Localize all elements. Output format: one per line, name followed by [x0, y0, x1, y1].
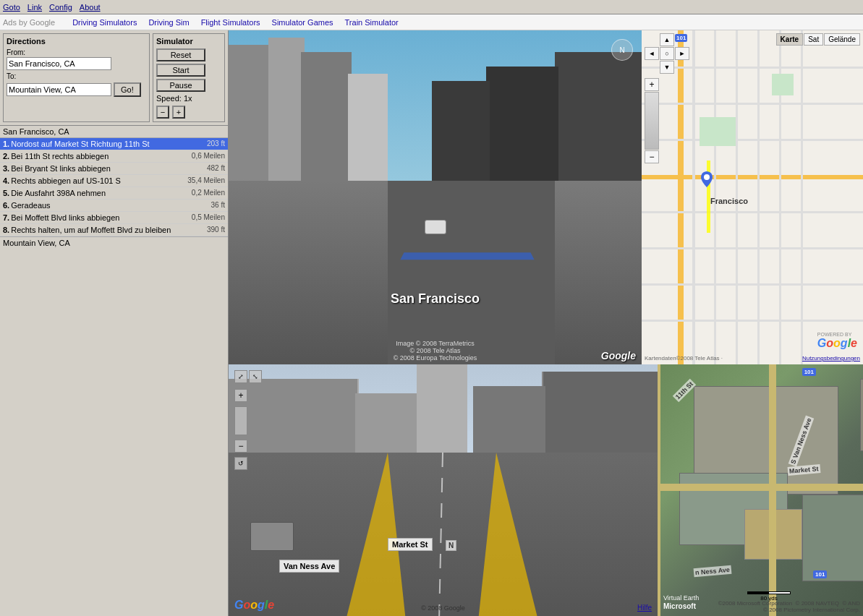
- dir-item-6[interactable]: 6.Geradeaus36 ft: [0, 200, 228, 212]
- reset-button[interactable]: Reset: [156, 48, 205, 61]
- aerial-view: Market St 11th St S Van Ness Ave n Ness …: [658, 364, 863, 616]
- ads-link-4[interactable]: Simulator Games: [272, 18, 333, 27]
- aerial-copyright: ©2008 Microsoft Corporation © 2008 NAVTE…: [718, 600, 860, 613]
- nav-row: ▲: [645, 33, 689, 46]
- google-logo-map: Google: [817, 337, 857, 350]
- dir-item-7[interactable]: 7.Bei Moffett Blvd links abbiegen0,5 Mei…: [0, 212, 228, 224]
- map-nav-center: ○: [660, 47, 674, 60]
- road-surface: [388, 181, 555, 364]
- sv-fullscreen-btn[interactable]: ⤡: [249, 370, 262, 383]
- compass: N: [611, 39, 633, 61]
- dir-items-container: 1.Nordost auf Market St Richtung 11th St…: [0, 138, 228, 236]
- ads-link-2[interactable]: Driving Sim: [148, 18, 189, 27]
- speed-plus-button[interactable]: +: [172, 106, 185, 119]
- menu-bar: Goto Link Config About: [0, 0, 863, 14]
- dir-item-1[interactable]: 1.Nordost auf Market St Richtung 11th St…: [0, 138, 228, 150]
- map-nav-up[interactable]: ▲: [660, 33, 674, 46]
- dir-item-5[interactable]: 5.Die Ausfahrt 398A nehmen0,2 Meilen: [0, 187, 228, 200]
- pause-button[interactable]: Pause: [156, 79, 205, 92]
- right-content: San Francisco N Image © 2008 TerraMetric…: [229, 30, 863, 616]
- microsoft-label: Microsoft: [663, 602, 696, 610]
- dir-item-dist-5: 0,2 Meilen: [192, 189, 225, 197]
- from-input[interactable]: [7, 57, 111, 70]
- map-type-sat[interactable]: Sat: [804, 33, 823, 46]
- google-map[interactable]: 101 Francisco ▲: [642, 30, 863, 364]
- dir-item-text-7: 7.Bei Moffett Blvd links abbiegen: [3, 213, 192, 222]
- svg-line-3: [438, 453, 443, 616]
- park-1: [700, 117, 736, 146]
- dir-item-dist-8: 390 ft: [207, 226, 225, 234]
- ads-link-5[interactable]: Train Simulator: [345, 18, 399, 27]
- start-button[interactable]: Start: [156, 64, 205, 77]
- controls-row: Directions From: To: Go! Simulator Reset…: [0, 30, 228, 126]
- menu-goto[interactable]: Goto: [3, 3, 20, 12]
- map-nav-down[interactable]: ▼: [660, 61, 674, 74]
- street-vert-1: [692, 30, 695, 364]
- map-nav-left[interactable]: ◄: [645, 47, 659, 60]
- simulator-title: Simulator: [156, 37, 221, 46]
- map-pin: [701, 171, 713, 189]
- speed-minus-button[interactable]: −: [156, 106, 169, 119]
- menu-link[interactable]: Link: [27, 3, 42, 12]
- map-type-gelande[interactable]: Gelände: [824, 33, 860, 46]
- menu-config[interactable]: Config: [49, 3, 72, 12]
- sv-copyright: © 2008 Google: [421, 604, 465, 612]
- map-nav-right[interactable]: ►: [675, 47, 689, 60]
- svg-point-0: [704, 174, 710, 180]
- street-horiz-5: [642, 247, 863, 249]
- go-button[interactable]: Go!: [114, 82, 141, 97]
- map-nutzungsbedingungen[interactable]: Nutzungsbedingungen: [802, 355, 860, 362]
- zoom-slider-track[interactable]: [645, 92, 659, 150]
- sv-resize-btn[interactable]: ⤢: [234, 370, 247, 383]
- sv-zoom-in-btn[interactable]: +: [234, 389, 247, 402]
- aerial-road-vert-2: [658, 364, 660, 616]
- sv-zoom-out-btn[interactable]: −: [234, 440, 247, 453]
- dir-item-text-8: 8.Rechts halten, um auf Moffett Blvd zu …: [3, 226, 207, 234]
- dir-item-text-1: 1.Nordost auf Market St Richtung 11th St: [3, 140, 207, 148]
- left-panel: Directions From: To: Go! Simulator Reset…: [0, 30, 229, 616]
- ads-link-3[interactable]: Flight Simulators: [201, 18, 260, 27]
- aerial-market-st-road: [658, 484, 863, 491]
- from-label: From:: [7, 48, 146, 56]
- google-watermark-3d: Google: [601, 350, 636, 362]
- map-zoom-out[interactable]: −: [645, 150, 659, 163]
- simulator-box: Simulator Reset Start Pause Speed: 1x − …: [153, 33, 225, 122]
- sv-zoom-reset-btn[interactable]: ↺: [234, 457, 247, 470]
- to-input[interactable]: [7, 83, 111, 96]
- bottom-row: Van Ness Ave Market St N ⤢ ⤡ + −: [229, 364, 863, 616]
- main-content: Directions From: To: Go! Simulator Reset…: [0, 30, 863, 616]
- dir-item-text-6: 6.Geradeaus: [3, 201, 211, 210]
- nav-row-bottom: ▼: [645, 61, 689, 74]
- route-highlight: [400, 252, 534, 260]
- route-start-header: San Francisco, CA: [0, 126, 228, 138]
- dir-item-dist-1: 203 ft: [207, 140, 225, 148]
- virtual-earth-label: Virtual Earth: [663, 594, 699, 602]
- van-ness-label: Van Ness Ave: [279, 560, 339, 573]
- dir-item-text-4: 4.Rechts abbiegen auf US-101 S: [3, 176, 187, 185]
- dir-item-4[interactable]: 4.Rechts abbiegen auf US-101 S35,4 Meile…: [0, 175, 228, 187]
- dir-item-8[interactable]: 8.Rechts halten, um auf Moffett Blvd zu …: [0, 224, 228, 236]
- directions-title: Directions: [7, 37, 146, 46]
- dir-item-dist-3: 482 ft: [207, 164, 225, 173]
- scale-line: [747, 591, 791, 594]
- market-st-horizontal: [642, 175, 863, 179]
- street-view: Van Ness Ave Market St N ⤢ ⤡ + −: [229, 364, 658, 616]
- dir-item-3[interactable]: 3.Bei Bryant St links abbiegen482 ft: [0, 163, 228, 175]
- vehicle-icon: [425, 220, 446, 234]
- ads-bar: Ads by Google Driving Simulators Driving…: [0, 14, 863, 30]
- sv-controls: ⤢ ⤡ + − ↺: [234, 370, 262, 470]
- dir-item-2[interactable]: 2.Bei 11th St rechts abbiegen0,6 Meilen: [0, 150, 228, 163]
- park-2: [772, 74, 794, 95]
- dir-item-dist-4: 35,4 Meilen: [187, 176, 225, 185]
- aerial-shield-101-top: 101: [802, 368, 816, 376]
- svg-marker-2: [475, 453, 547, 616]
- map-type-karte[interactable]: Karte: [776, 33, 804, 46]
- ads-link-1[interactable]: Driving Simulators: [72, 18, 137, 27]
- menu-about[interactable]: About: [80, 3, 101, 12]
- ads-by-google-label: Ads by Google: [3, 18, 55, 27]
- sv-hilfe-link[interactable]: Hilfe: [637, 604, 652, 612]
- map-zoom-in[interactable]: +: [645, 78, 659, 91]
- 3d-copyright: Image © 2008 TerraMetrics© 2008 Tele Atl…: [394, 340, 477, 362]
- dir-item-text-5: 5.Die Ausfahrt 398A nehmen: [3, 189, 192, 197]
- map-type-buttons: Karte Sat Gelände: [776, 33, 860, 46]
